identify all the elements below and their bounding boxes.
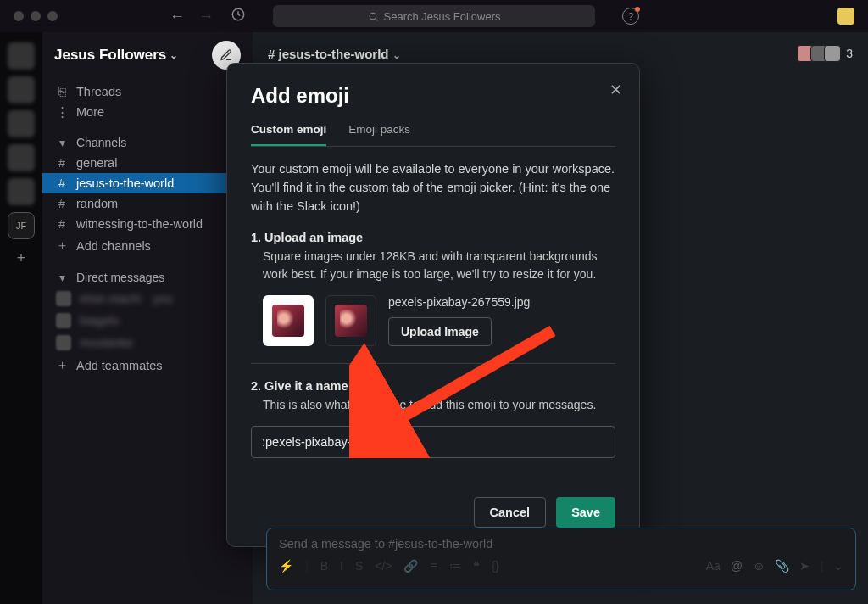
upload-image-button[interactable]: Upload Image — [388, 317, 492, 346]
top-bar: ← → Search Jesus Followers ? — [0, 0, 868, 32]
forward-arrow-icon[interactable]: → — [198, 8, 214, 25]
emoji-icon[interactable]: ☺ — [753, 559, 765, 573]
step-2-title: 2. Give it a name — [251, 379, 615, 393]
more-link[interactable]: ⋮More — [42, 102, 253, 122]
traffic-light-close[interactable] — [14, 11, 24, 21]
svg-point-1 — [370, 13, 376, 20]
modal-intro-text: Your custom emoji will be available to e… — [251, 160, 615, 215]
plus-icon: ＋ — [56, 357, 68, 373]
tab-emoji-packs[interactable]: Emoji packs — [348, 123, 410, 146]
history-nav: ← → — [170, 8, 214, 25]
bold-icon[interactable]: B — [320, 559, 328, 573]
step-2-description: This is also what you'll type to add thi… — [263, 396, 615, 414]
traffic-light-minimize[interactable] — [31, 11, 41, 21]
workspace-switcher-item[interactable] — [8, 42, 35, 70]
member-count[interactable]: 3 — [846, 47, 853, 60]
caret-down-icon: ▾ — [56, 271, 68, 284]
channel-item-general[interactable]: #general — [42, 153, 253, 173]
more-icon: ⋮ — [56, 105, 68, 119]
workspace-switcher-item[interactable] — [8, 110, 35, 137]
attach-icon[interactable]: 📎 — [775, 559, 789, 573]
caret-down-icon: ▾ — [56, 136, 68, 149]
composer-toolbar: ⚡ | B I S </> 🔗 ≡ ≔ ❝ {} Aa @ ☺ 📎 ➤ | ⌄ — [279, 559, 843, 573]
composer-placeholder: Send a message to #jesus-to-the-world — [279, 537, 843, 551]
help-icon[interactable]: ? — [622, 8, 639, 25]
modal-tabs: Custom emoji Emoji packs — [251, 123, 615, 147]
tab-custom-emoji[interactable]: Custom emoji — [251, 123, 326, 146]
search-input[interactable]: Search Jesus Followers — [273, 5, 595, 27]
add-teammates-link[interactable]: ＋Add teammates — [42, 354, 253, 377]
workspace-switcher-item[interactable] — [8, 144, 35, 171]
emoji-preview-dark — [326, 295, 376, 346]
codeblock-icon[interactable]: {} — [492, 559, 499, 573]
workspace-switcher-item[interactable] — [8, 178, 35, 205]
workspace-rail: JF + — [0, 32, 42, 604]
modal-title: Add emoji — [251, 84, 615, 108]
step-1-description: Square images under 128KB and with trans… — [263, 248, 615, 283]
search-icon — [368, 11, 379, 22]
workspace-name[interactable]: Jesus Followers ⌄ — [54, 47, 178, 64]
cancel-button[interactable]: Cancel — [474, 497, 547, 528]
channel-item-witnessing[interactable]: #witnessing-to-the-world — [42, 214, 253, 234]
add-channels-link[interactable]: ＋Add channels — [42, 234, 253, 257]
workspace-switcher-item[interactable] — [8, 76, 35, 103]
list-icon[interactable]: ≡ — [430, 559, 437, 573]
channels-section-header[interactable]: ▾Channels — [42, 132, 253, 153]
dm-item[interactable]: moolanke — [42, 332, 253, 354]
link-icon[interactable]: 🔗 — [403, 559, 418, 573]
dm-item[interactable]: elsie.otachi you — [42, 288, 253, 310]
emoji-preview-light — [263, 295, 314, 346]
message-composer[interactable]: Send a message to #jesus-to-the-world ⚡ … — [266, 528, 856, 590]
chevron-down-icon: ⌄ — [170, 49, 178, 61]
chevron-down-icon[interactable]: ⌄ — [833, 559, 843, 573]
plus-icon: ＋ — [56, 238, 68, 254]
channel-item-random[interactable]: #random — [42, 193, 253, 214]
back-arrow-icon[interactable]: ← — [170, 8, 185, 25]
add-emoji-modal: ✕ Add emoji Custom emoji Emoji packs You… — [226, 63, 640, 547]
send-icon[interactable]: ➤ — [799, 559, 810, 573]
traffic-light-zoom[interactable] — [47, 11, 58, 21]
chevron-down-icon: ⌄ — [392, 49, 401, 61]
code-icon[interactable]: </> — [375, 559, 392, 573]
mention-icon[interactable]: @ — [731, 559, 743, 573]
dm-section-header[interactable]: ▾Direct messages — [42, 267, 253, 288]
emoji-name-input[interactable] — [251, 426, 615, 458]
threads-icon: ⎘ — [56, 85, 68, 98]
format-icon[interactable]: Aa — [706, 559, 721, 573]
step-1-title: 1. Upload an image — [251, 231, 615, 244]
threads-link[interactable]: ⎘Threads — [42, 81, 253, 102]
history-icon[interactable] — [231, 7, 246, 25]
save-button[interactable]: Save — [556, 497, 615, 528]
channel-title[interactable]: # jesus-to-the-world ⌄ — [268, 47, 401, 61]
search-placeholder: Search Jesus Followers — [384, 10, 501, 23]
list-icon[interactable]: ≔ — [449, 559, 461, 573]
member-avatars[interactable] — [800, 45, 841, 62]
add-workspace-icon[interactable]: + — [17, 249, 26, 267]
sidebar: Jesus Followers ⌄ ⎘Threads ⋮More ▾Channe… — [42, 32, 253, 604]
quote-icon[interactable]: ❝ — [473, 559, 480, 573]
channel-item-jesus-to-the-world[interactable]: #jesus-to-the-world — [42, 173, 253, 193]
strike-icon[interactable]: S — [355, 559, 363, 573]
close-icon[interactable]: ✕ — [609, 81, 622, 99]
user-avatar[interactable] — [837, 8, 854, 25]
uploaded-filename: pexels-pixabay-267559.jpg — [388, 295, 530, 309]
workspace-switcher-item[interactable]: JF — [8, 212, 35, 239]
italic-icon[interactable]: I — [340, 559, 343, 573]
lightning-icon[interactable]: ⚡ — [279, 559, 293, 573]
dm-item[interactable]: biagelo — [42, 310, 253, 332]
window-controls — [14, 11, 58, 21]
divider — [251, 363, 615, 364]
